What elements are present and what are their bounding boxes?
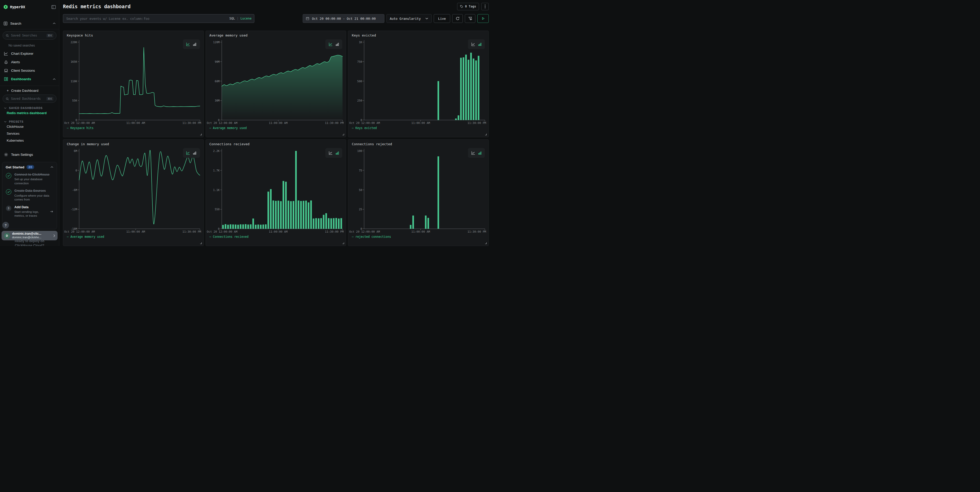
run-query-button[interactable] bbox=[477, 14, 489, 23]
line-chart-icon[interactable] bbox=[329, 151, 333, 155]
line-chart-icon[interactable] bbox=[471, 42, 476, 46]
dashboard-menu-button[interactable] bbox=[481, 3, 489, 10]
line-chart-icon[interactable] bbox=[186, 151, 190, 155]
legend-dash-icon: — bbox=[67, 126, 68, 130]
gear-icon bbox=[4, 153, 8, 157]
get-started-step-add-data[interactable]: 3 Add Data Start sending logs, metrics, … bbox=[6, 205, 53, 218]
chart-title: Connections recieved bbox=[209, 142, 250, 146]
sidebar-item-dashboards[interactable]: Dashboards bbox=[0, 75, 59, 83]
event-search-input[interactable] bbox=[63, 14, 255, 23]
sidebar-item-kubernetes[interactable]: Kubernetes bbox=[0, 137, 59, 144]
sidebar-collapse-icon[interactable] bbox=[51, 5, 56, 9]
panel-connections-received: Connections recieved 2.2K1.7K1.1K5500Oct… bbox=[205, 139, 346, 246]
bar-chart-icon[interactable] bbox=[335, 42, 339, 46]
granularity-select[interactable]: Auto Granularity bbox=[387, 14, 432, 23]
refresh-button[interactable] bbox=[452, 14, 463, 23]
chart-type-toggle[interactable] bbox=[468, 39, 485, 49]
bar-chart-icon[interactable] bbox=[335, 151, 339, 155]
y-axis-tick: -6M bbox=[63, 188, 77, 191]
help-button[interactable]: ? bbox=[2, 222, 9, 229]
hyperdx-logo-icon bbox=[3, 5, 8, 9]
section-presets[interactable]: PRESETS bbox=[0, 120, 59, 123]
sidebar-item-label: Dashboards bbox=[11, 77, 31, 81]
chart-plot[interactable]: 1007550250Oct 20 12:00:00 AM11:00:00 AM1… bbox=[348, 140, 488, 246]
resize-handle-icon[interactable] bbox=[200, 242, 202, 244]
chevron-down-icon bbox=[425, 18, 428, 19]
chart-type-toggle[interactable] bbox=[325, 39, 342, 49]
sidebar-item-chart-explorer[interactable]: Chart Explorer bbox=[0, 49, 59, 58]
chart-type-toggle[interactable] bbox=[183, 148, 200, 158]
chevron-down-icon bbox=[4, 121, 7, 123]
chevron-up-icon bbox=[52, 22, 56, 24]
date-range-picker[interactable]: Oct 20 00:00:00 - Oct 21 00:00:00 bbox=[303, 14, 384, 23]
sidebar-item-redis-dashboard[interactable]: Redis metrics dashboard bbox=[0, 110, 59, 116]
query-language-toggle: SQL | Lucene bbox=[229, 14, 251, 23]
plus-icon: + bbox=[7, 88, 9, 92]
line-chart-icon[interactable] bbox=[186, 42, 190, 46]
chart-legend[interactable]: —Connections recieved bbox=[209, 235, 248, 239]
filter-button[interactable] bbox=[465, 14, 476, 23]
section-saved-dashboards[interactable]: SAVED DASHBOARDS bbox=[0, 107, 59, 110]
chart-type-toggle[interactable] bbox=[468, 148, 485, 158]
chart-legend[interactable]: —Keys evicted bbox=[352, 126, 377, 130]
chart-plot[interactable]: 220K165K110K55K0Oct 20 12:00:00 AM11:00:… bbox=[63, 31, 204, 137]
get-started-header[interactable]: Get Started 2/3 bbox=[6, 165, 53, 169]
resize-handle-icon[interactable] bbox=[485, 134, 487, 135]
sidebar-item-services[interactable]: Services bbox=[0, 130, 59, 137]
saved-searches-input[interactable]: Saved Searches ⌘K bbox=[3, 31, 57, 40]
search-section-label: Search bbox=[10, 22, 21, 25]
live-button[interactable]: Live bbox=[434, 14, 450, 23]
section-label: PRESETS bbox=[9, 120, 24, 123]
filter-bar: SQL | Lucene Oct 20 00:00:00 - Oct 21 00… bbox=[63, 14, 489, 23]
y-axis-tick: -12M bbox=[63, 208, 77, 211]
y-axis-tick: 500 bbox=[348, 80, 362, 83]
sidebar-item-client-sessions[interactable]: Client Sessions bbox=[0, 66, 59, 75]
bar-chart-icon[interactable] bbox=[193, 151, 197, 155]
get-started-step-connect[interactable]: Connect to ClickHouse Set up your databa… bbox=[6, 172, 53, 185]
shortcut-badge: ⌘K bbox=[46, 33, 53, 38]
step-subtitle: Set up your database connection bbox=[14, 177, 53, 185]
chart-plot[interactable]: 120M90M60M30M0Oct 20 12:00:00 AM11:00:00… bbox=[206, 31, 346, 137]
resize-handle-icon[interactable] bbox=[342, 134, 344, 135]
date-range-value: Oct 20 00:00:00 - Oct 21 00:00:00 bbox=[312, 17, 375, 21]
bar-chart-icon[interactable] bbox=[193, 42, 197, 46]
sidebar-item-alerts[interactable]: Alerts bbox=[0, 58, 59, 66]
resize-handle-icon[interactable] bbox=[342, 242, 344, 244]
user-menu[interactable]: D dominic.tran@clic... dominic.tran@clic… bbox=[2, 231, 57, 240]
y-axis-tick: 2.2K bbox=[206, 149, 220, 153]
lucene-toggle[interactable]: Lucene bbox=[240, 17, 251, 20]
chart-type-toggle[interactable] bbox=[183, 39, 200, 49]
chart-legend[interactable]: —Average memory used bbox=[209, 126, 247, 130]
chart-legend[interactable]: —Average memory used bbox=[67, 235, 104, 239]
bar-chart-icon[interactable] bbox=[478, 42, 482, 46]
x-axis-tick: Oct 20 12:00:00 AM bbox=[64, 121, 95, 125]
bar-chart-icon[interactable] bbox=[478, 151, 482, 155]
chevron-right-icon bbox=[53, 234, 55, 237]
sql-toggle[interactable]: SQL bbox=[229, 17, 235, 20]
tags-button[interactable]: 0 Tags bbox=[457, 3, 479, 10]
chart-plot[interactable]: 6M0-6M-12M-18MOct 20 12:00:00 AM11:00:00… bbox=[63, 140, 204, 246]
saved-dashboards-input[interactable]: Saved Dashboards ⌘K bbox=[3, 95, 57, 103]
line-chart-icon[interactable] bbox=[471, 151, 476, 155]
panel-change-in-memory: Change in memory used 6M0-6M-12M-18MOct … bbox=[63, 139, 204, 246]
sidebar-item-search[interactable]: Search bbox=[0, 20, 59, 27]
logo-row: HyperDX bbox=[0, 0, 59, 14]
create-dashboard-button[interactable]: + Create Dashboard bbox=[0, 86, 59, 92]
chart-type-toggle[interactable] bbox=[325, 148, 342, 158]
y-axis-tick: 1.7K bbox=[206, 169, 220, 172]
chart-plot[interactable]: 2.2K1.7K1.1K5500Oct 20 12:00:00 AM11:00:… bbox=[206, 140, 346, 246]
shortcut-badge: ⌘K bbox=[46, 97, 53, 101]
y-axis-tick: 6M bbox=[63, 149, 77, 153]
resize-handle-icon[interactable] bbox=[200, 134, 202, 135]
chart-plot[interactable]: 1K7505002500Oct 20 12:00:00 AM11:00:00 A… bbox=[348, 31, 488, 137]
chart-legend[interactable]: —rejected connections bbox=[352, 235, 391, 239]
chevron-up-icon bbox=[52, 78, 56, 80]
get-started-step-sources[interactable]: Create Data Sources Configure where your… bbox=[6, 189, 53, 202]
team-settings-label: Team Settings bbox=[11, 153, 33, 156]
line-chart-icon[interactable] bbox=[329, 42, 333, 46]
sidebar-item-team-settings[interactable]: Team Settings bbox=[0, 151, 59, 158]
chart-legend[interactable]: —Keyspace hits bbox=[67, 126, 94, 130]
resize-handle-icon[interactable] bbox=[485, 242, 487, 244]
x-axis-tick: Oct 20 12:00:00 AM bbox=[349, 230, 380, 233]
sidebar-item-clickhouse[interactable]: ClickHouse bbox=[0, 123, 59, 130]
